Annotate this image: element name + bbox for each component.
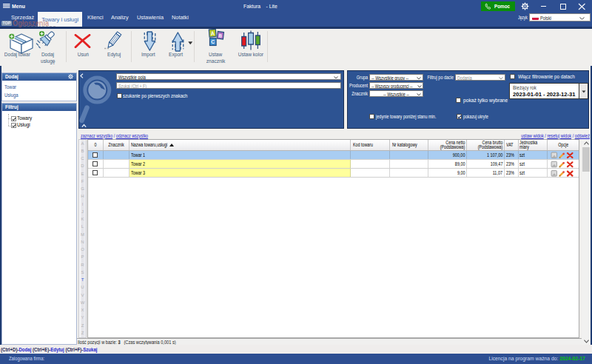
svg-text:C: C — [211, 39, 215, 44]
